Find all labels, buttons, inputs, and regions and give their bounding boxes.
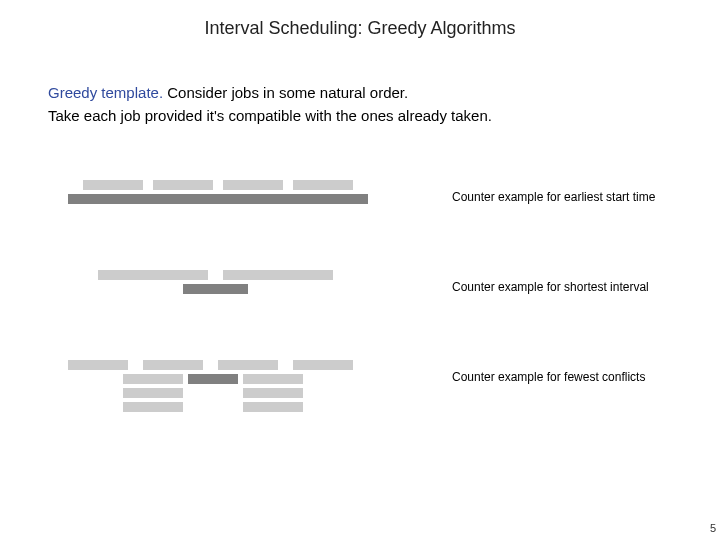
interval-bar [123, 388, 183, 398]
interval-bar [243, 388, 303, 398]
diagrams-area: Counter example for earliest start time … [48, 180, 672, 480]
example-shortest-interval: Counter example for shortest interval [48, 270, 672, 350]
page-title: Interval Scheduling: Greedy Algorithms [0, 0, 720, 39]
interval-bar [143, 360, 203, 370]
interval-bar [123, 374, 183, 384]
caption-earliest-start: Counter example for earliest start time [452, 190, 672, 204]
page-number: 5 [710, 522, 716, 534]
interval-bar [68, 194, 368, 204]
interval-bar [153, 180, 213, 190]
interval-bar [243, 374, 303, 384]
example-fewest-conflicts: Counter example for fewest conflicts [48, 360, 672, 470]
intro-line2: Take each job provided it's compatible w… [48, 107, 492, 124]
intro-line1-rest: Consider jobs in some natural order. [163, 84, 408, 101]
caption-fewest-conflicts: Counter example for fewest conflicts [452, 370, 672, 384]
interval-bar [123, 402, 183, 412]
interval-bar [223, 270, 333, 280]
interval-bar [183, 284, 248, 294]
caption-shortest-interval: Counter example for shortest interval [452, 280, 672, 294]
interval-bar [243, 402, 303, 412]
interval-bar [188, 374, 238, 384]
interval-bar [98, 270, 208, 280]
example-earliest-start: Counter example for earliest start time [48, 180, 672, 260]
interval-bar [223, 180, 283, 190]
interval-bar [83, 180, 143, 190]
interval-bar [293, 360, 353, 370]
intro-paragraph: Greedy template. Consider jobs in some n… [48, 82, 672, 127]
interval-bar [293, 180, 353, 190]
interval-bar [68, 360, 128, 370]
interval-bar [218, 360, 278, 370]
intro-emph: Greedy template. [48, 84, 163, 101]
